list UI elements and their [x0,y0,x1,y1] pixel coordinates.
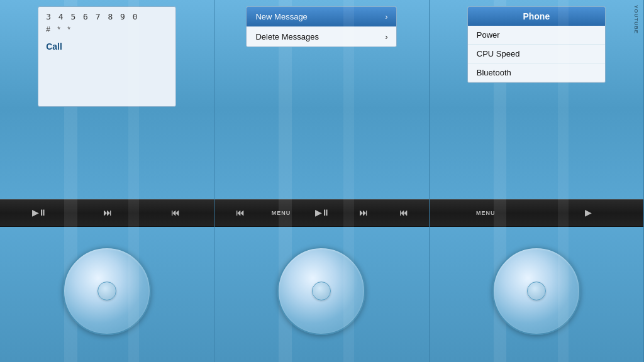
prev-icon-center: ⏮ [236,208,244,217]
wheel-area-right [430,227,643,362]
ipod-panel-center: New Message › Delete Messages › ⏮ MENU ▶… [214,0,429,362]
delete-messages-arrow: › [385,33,387,41]
messages-screen: New Message › Delete Messages › [246,6,397,47]
new-message-arrow: › [385,13,387,21]
play-btn-right[interactable]: ▶ [579,208,597,217]
settings-item-cpu-speed[interactable]: CPU Speed [468,45,605,63]
next-btn-left[interactable]: ⏭ [98,208,116,217]
wheel-area-center [214,227,428,362]
menu-label-right: MENU [476,210,496,216]
youtube-watermark: YOUTUBE [633,5,639,34]
play-pause-icon-center: ▶⏸ [315,208,330,217]
menu-item-delete-messages[interactable]: Delete Messages › [247,27,396,47]
controls-bar-center: ⏮ MENU ▶⏸ ⏭ ⏮ [214,199,428,227]
prev-btn-left[interactable]: ⏮ [166,208,184,217]
prev-btn-center[interactable]: ⏮ [231,208,249,217]
settings-screen: Phone Power CPU Speed Bluetooth [467,6,606,83]
play-pause-btn-center[interactable]: ▶⏸ [314,208,331,217]
keypad-screen: 3 4 5 6 7 8 9 0 # * * Call [38,6,176,107]
menu-btn-right[interactable]: MENU [476,210,496,216]
controls-bar-left: ▶⏸ ⏭ ⏮ [0,199,214,227]
keypad-symbols: # * * [46,25,168,34]
settings-item-power[interactable]: Power [468,26,605,45]
new-message-label: New Message [255,12,307,21]
ipod-panel-left: 3 4 5 6 7 8 9 0 # * * Call ▶⏸ ⏭ ⏮ [0,0,214,362]
clickwheel-center[interactable] [277,247,365,335]
menu-btn-center[interactable]: MENU [272,210,291,216]
clickwheel-inner-right[interactable] [527,282,546,300]
next-icon-center: ⏭ [359,208,367,217]
prev-icon-left: ⏮ [171,208,179,217]
keypad-numbers: 3 4 5 6 7 8 9 0 [46,12,168,21]
settings-item-bluetooth[interactable]: Bluetooth [468,63,605,82]
play-pause-icon-left: ▶⏸ [32,208,47,217]
screen-area-left: 3 4 5 6 7 8 9 0 # * * Call [0,0,214,199]
back-icon-center: ⏮ [399,208,408,217]
next-btn-center[interactable]: ⏭ [354,208,372,217]
clickwheel-right[interactable] [492,247,580,335]
clickwheel-inner-left[interactable] [97,282,116,300]
play-icon-right: ▶ [585,208,591,217]
clickwheel-left[interactable] [63,247,151,335]
screen-area-center: New Message › Delete Messages › [214,0,428,199]
settings-title: Phone [468,7,605,26]
main-container: YOUTUBE 3 4 5 6 7 8 9 0 # * * Call ▶⏸ ⏭ … [0,0,644,362]
play-pause-btn-left[interactable]: ▶⏸ [30,208,48,217]
menu-item-new-message[interactable]: New Message › [247,7,396,26]
wheel-area-left [0,227,214,362]
back-btn-center[interactable]: ⏮ [394,208,412,217]
screen-area-right: Phone Power CPU Speed Bluetooth [430,0,643,199]
controls-bar-right: MENU ▶ [430,199,643,227]
delete-messages-label: Delete Messages [255,32,318,41]
ipod-panel-right: Phone Power CPU Speed Bluetooth MENU ▶ [430,0,644,362]
next-icon-left: ⏭ [103,208,111,217]
keypad-call-label[interactable]: Call [46,41,168,52]
clickwheel-inner-center[interactable] [312,282,331,300]
menu-label-center: MENU [272,210,291,216]
